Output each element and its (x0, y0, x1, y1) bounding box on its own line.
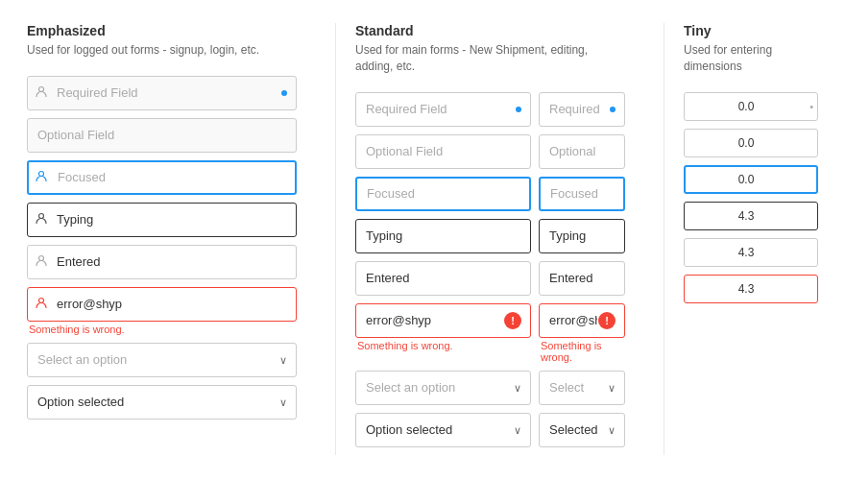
std-focused-wide-group (355, 177, 531, 211)
emphasized-desc: Used for logged out forms - signup, logi… (27, 42, 297, 59)
std-select-empty-narrow-group: Select ∨ (539, 371, 625, 405)
std-error-msg-narrow: Something is wrong. (539, 340, 625, 363)
std-optional-wide-group (355, 134, 531, 169)
standard-error-pair: ! Something is wrong. ! Something is wro… (355, 303, 625, 363)
standard-required-pair (355, 92, 625, 127)
tiny-r2-group (684, 129, 818, 157)
tiny-r6-group (684, 275, 818, 303)
std-error-narrow-input[interactable] (539, 303, 625, 338)
std-entered-narrow-group (539, 261, 625, 296)
emph-optional-wrap (27, 118, 297, 153)
tiny-r4-wrap (684, 202, 818, 230)
std-error-wide-wrap: ! (355, 303, 531, 338)
std-select-filled-narrow[interactable]: Selected (539, 413, 625, 447)
std-select-filled-wide[interactable]: Option selected (355, 413, 531, 447)
std-error-narrow-wrap: ! (539, 303, 625, 338)
emph-focused-group (27, 160, 297, 195)
std-typing-wide-wrap (355, 219, 531, 253)
emph-focused-input[interactable] (27, 160, 297, 195)
divider-2 (664, 23, 664, 455)
tiny-r2-wrap (684, 129, 818, 157)
tiny-r2-input[interactable] (684, 129, 818, 157)
std-typing-narrow-group (539, 219, 625, 253)
std-error-wide-input[interactable] (355, 303, 531, 338)
tiny-r5-input[interactable] (684, 238, 818, 267)
emph-entered-wrap (27, 245, 297, 279)
emph-entered-group (27, 245, 297, 279)
emph-error-input[interactable] (27, 287, 297, 322)
std-focused-wide-wrap (355, 177, 531, 211)
standard-desc: Used for main forms - New Shipment, edit… (355, 42, 625, 75)
standard-entered-pair (355, 261, 625, 296)
std-select-empty-narrow[interactable]: Select (539, 371, 625, 405)
emph-select-empty[interactable]: Select an option (27, 343, 297, 377)
std-select-empty-wide-group: Select an option ∨ (355, 371, 531, 405)
emph-required-input[interactable] (27, 76, 297, 110)
emph-optional-input[interactable] (27, 118, 297, 153)
std-entered-wide-input[interactable] (355, 261, 531, 296)
std-required-narrow-wrap (539, 92, 625, 127)
standard-typing-pair (355, 219, 625, 253)
tiny-r5-group (684, 238, 818, 267)
std-focused-wide-input[interactable] (355, 177, 531, 211)
emph-error-wrap (27, 287, 297, 322)
std-select-filled-narrow-wrap: Selected ∨ (539, 413, 625, 447)
standard-focused-pair (355, 177, 625, 211)
std-entered-narrow-wrap (539, 261, 625, 296)
std-select-empty-wide-wrap: Select an option ∨ (355, 371, 531, 405)
tiny-r1-group: • (684, 92, 818, 121)
std-entered-narrow-input[interactable] (539, 261, 625, 296)
tiny-r3-input[interactable] (684, 165, 818, 194)
emph-entered-input[interactable] (27, 245, 297, 279)
std-optional-narrow-input[interactable] (539, 134, 625, 169)
emph-required-group (27, 76, 297, 110)
emph-error-msg: Something is wrong. (27, 324, 297, 335)
std-select-empty-wide[interactable]: Select an option (355, 371, 531, 405)
emphasized-column: Emphasized Used for logged out forms - s… (27, 23, 316, 455)
emph-focused-wrap (27, 160, 297, 195)
tiny-r1-wrap: • (684, 92, 818, 121)
emphasized-title: Emphasized (27, 23, 297, 38)
std-error-wide-group: ! Something is wrong. (355, 303, 531, 363)
std-focused-narrow-group (539, 177, 625, 211)
tiny-r5-wrap (684, 238, 818, 267)
tiny-r1-input[interactable] (684, 92, 818, 121)
std-error-msg-wide: Something is wrong. (355, 340, 531, 351)
std-typing-wide-input[interactable] (355, 219, 531, 253)
tiny-title: Tiny (684, 23, 818, 38)
std-focused-narrow-wrap (539, 177, 625, 211)
emph-error-group: Something is wrong. (27, 287, 297, 335)
emph-typing-group (27, 203, 297, 237)
std-required-wide-wrap (355, 92, 531, 127)
emph-select-empty-group: Select an option ∨ (27, 343, 297, 377)
emph-typing-wrap (27, 203, 297, 237)
tiny-required-dot: • (809, 101, 813, 112)
emph-select-filled[interactable]: Option selected (27, 385, 297, 420)
std-required-wide-group (355, 92, 531, 127)
tiny-desc: Used for entering dimensions (684, 42, 818, 75)
tiny-r4-input[interactable] (684, 202, 818, 230)
std-required-narrow-input[interactable] (539, 92, 625, 127)
std-optional-wide-input[interactable] (355, 134, 531, 169)
standard-select-empty-pair: Select an option ∨ Select ∨ (355, 371, 625, 405)
std-select-filled-wide-group: Option selected ∨ (355, 413, 531, 447)
std-focused-narrow-input[interactable] (539, 177, 625, 211)
tiny-r6-wrap (684, 275, 818, 303)
std-optional-narrow-group (539, 134, 625, 169)
tiny-r6-input[interactable] (684, 275, 818, 303)
tiny-r3-group (684, 165, 818, 194)
emph-select-filled-group: Option selected ∨ (27, 385, 297, 420)
std-required-wide-input[interactable] (355, 92, 531, 127)
tiny-column: Tiny Used for entering dimensions • (684, 23, 818, 455)
emph-select-filled-wrap: Option selected ∨ (27, 385, 297, 420)
std-required-narrow-group (539, 92, 625, 127)
std-entered-wide-wrap (355, 261, 531, 296)
std-typing-narrow-input[interactable] (539, 219, 625, 253)
standard-optional-pair (355, 134, 625, 169)
divider-1 (335, 23, 336, 455)
emph-optional-group (27, 118, 297, 153)
std-typing-wide-group (355, 219, 531, 253)
emph-typing-input[interactable] (27, 203, 297, 237)
std-error-narrow-group: ! Something is wrong. (539, 303, 625, 363)
standard-column: Standard Used for main forms - New Shipm… (355, 23, 644, 455)
